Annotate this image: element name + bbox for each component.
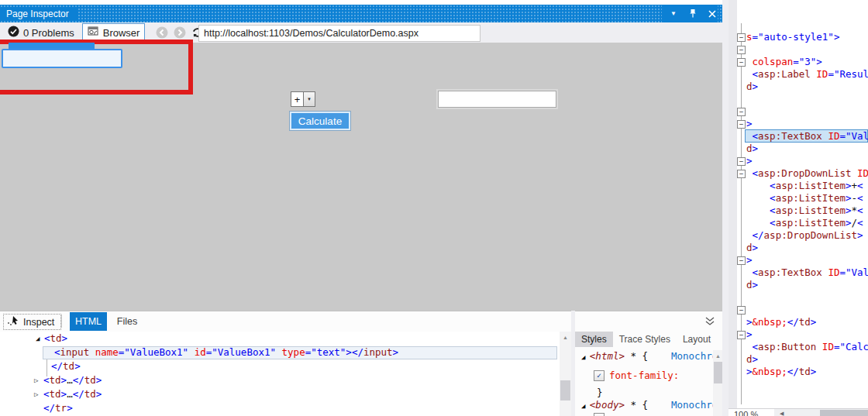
code-segment: td [50, 374, 61, 386]
rule-closing-brace: } [597, 387, 603, 398]
style-rule-line: ✓font-family: [594, 369, 679, 381]
stylesheet-source-link[interactable]: Monochro [671, 399, 718, 411]
styles-tabstrip: StylesTrace StylesLayoutAtt [575, 331, 725, 348]
dropdown-arrow-icon[interactable]: ▼ [303, 91, 315, 107]
url-address-bar[interactable]: http://localhost:1103/Demos/CalculatorDe… [198, 25, 480, 42]
code-segment: > [61, 374, 67, 386]
dom-tree-row[interactable]: </tr> [0, 401, 560, 415]
dom-tree-row[interactable]: <input name="ValueBox1" id="ValueBox1" t… [0, 346, 560, 359]
expanded-arrow-icon[interactable]: ◢ [36, 332, 40, 346]
code-segment [746, 180, 770, 191]
operator-selected-value: + [291, 91, 303, 107]
fold-collapse-box-icon[interactable]: − [737, 58, 746, 67]
scrollbar-thumb[interactable] [560, 380, 570, 401]
dom-tree-row[interactable]: </td> [0, 359, 560, 373]
editor-splitter[interactable] [722, 0, 728, 416]
property-checkbox[interactable]: ✓ [594, 370, 604, 381]
calculate-button[interactable]: Calculate [289, 111, 351, 131]
html-panel-scrollbar[interactable]: ▲ [560, 332, 571, 416]
code-segment: asp:ListItem [776, 217, 846, 229]
forward-button[interactable] [174, 26, 186, 39]
fold-collapse-box-icon[interactable]: − [737, 306, 746, 315]
code-segment: > [96, 374, 102, 386]
dom-tree-row[interactable]: ▷<td>…</td> [0, 387, 560, 401]
code-segment: asp:Label [758, 68, 811, 80]
code-segment: td [84, 374, 96, 386]
fold-collapse-box-icon[interactable]: − [737, 331, 746, 339]
collapse-double-chevron-icon[interactable] [704, 315, 715, 329]
code-segment: … [67, 374, 73, 386]
expanded-arrow-icon[interactable]: ◢ [581, 353, 590, 361]
code-segment: tr [55, 402, 67, 414]
scroll-up-icon[interactable]: ▲ [560, 332, 571, 342]
editor-zoom-level[interactable]: 100 % [728, 409, 774, 416]
code-segment: < [770, 205, 776, 216]
back-button[interactable] [156, 26, 168, 39]
inspect-label: Inspect [23, 317, 54, 328]
tab-separator [61, 315, 62, 328]
rule-selector: <body> [590, 399, 625, 411]
tab-files[interactable]: Files [112, 312, 143, 331]
code-segment [746, 56, 753, 67]
code-segment: d [746, 242, 753, 253]
value-box-1-input[interactable] [2, 49, 122, 68]
expanded-arrow-icon[interactable]: ◢ [581, 402, 590, 410]
code-segment: > [811, 316, 817, 328]
code-segment: ID [828, 266, 839, 278]
source-editor: −s="auto-style1">−− colspan="3"> <asp:La… [728, 0, 868, 416]
property-checkbox[interactable]: ✓ [594, 413, 604, 416]
fold-collapse-box-icon[interactable]: − [737, 170, 746, 178]
code-segment: < [770, 217, 776, 229]
window-position-chevron-icon[interactable]: ▼ [668, 9, 679, 19]
dom-tree-row[interactable]: ◢<td> [0, 332, 560, 346]
collapsed-arrow-icon[interactable]: ▷ [34, 373, 38, 387]
tool-window-titlebar[interactable]: Page Inspector ▼ [0, 5, 722, 22]
code-segment: + [851, 180, 857, 191]
dom-tree-row[interactable]: ▷<td>…</td> [0, 373, 560, 387]
styles-tab-styles[interactable]: Styles [575, 332, 613, 347]
fold-collapse-box-icon[interactable]: − [737, 157, 746, 166]
close-icon[interactable] [707, 9, 718, 19]
collapsed-arrow-icon[interactable]: ▷ [34, 387, 38, 401]
pin-icon[interactable] [687, 9, 698, 19]
editor-code-lines: −s="auto-style1">−− colspan="3"> <asp:La… [728, 31, 868, 378]
scroll-left-icon[interactable]: ◀ [780, 411, 784, 416]
code-segment: > [753, 279, 759, 291]
stylesheet-source-link[interactable]: Monochro [671, 350, 718, 362]
code-segment [816, 341, 822, 352]
editor-code-line: −> [728, 155, 868, 167]
tab-html[interactable]: HTML [70, 312, 107, 331]
tab-files-label: Files [117, 316, 137, 327]
code-segment [746, 266, 753, 278]
operator-dropdown[interactable]: + ▼ [291, 91, 315, 107]
styles-tab-layout[interactable]: Layout [677, 332, 717, 347]
editor-bottom-bar: 100 % ◀ [728, 408, 868, 416]
code-segment: d [746, 279, 753, 291]
code-segment: > [753, 81, 759, 92]
styles-tab-trace-styles[interactable]: Trace Styles [613, 332, 677, 347]
fold-collapse-box-icon[interactable]: − [737, 120, 746, 129]
fold-collapse-box-icon[interactable]: − [737, 33, 746, 42]
code-segment: / [851, 217, 857, 229]
code-segment [746, 341, 753, 352]
editor-code-line: −> [728, 118, 868, 130]
code-segment: < [753, 341, 759, 352]
code-segment: > [753, 242, 759, 253]
fold-collapse-box-icon[interactable]: − [737, 108, 746, 116]
code-segment: type [282, 346, 305, 358]
value-box-2-input[interactable] [438, 91, 556, 108]
problems-button[interactable]: 0 Problems [3, 24, 79, 41]
horizontal-scrollbar-thumb[interactable] [820, 410, 868, 416]
scrollbar-thumb[interactable] [714, 362, 722, 383]
code-segment: ="Resul [828, 68, 868, 80]
code-segment [746, 130, 753, 142]
code-segment: td [799, 316, 811, 328]
code-segment: ="auto-style1"> [753, 31, 840, 43]
code-segment: < [857, 192, 863, 204]
fold-collapse-box-icon[interactable]: − [737, 46, 746, 54]
fold-collapse-box-icon[interactable]: − [737, 256, 746, 265]
code-segment: name [95, 346, 119, 358]
inspect-button[interactable]: Inspect [3, 314, 61, 330]
code-segment: asp:DropDownList [764, 229, 857, 241]
editor-code-line: <asp:Label ID="Resul [728, 68, 868, 81]
